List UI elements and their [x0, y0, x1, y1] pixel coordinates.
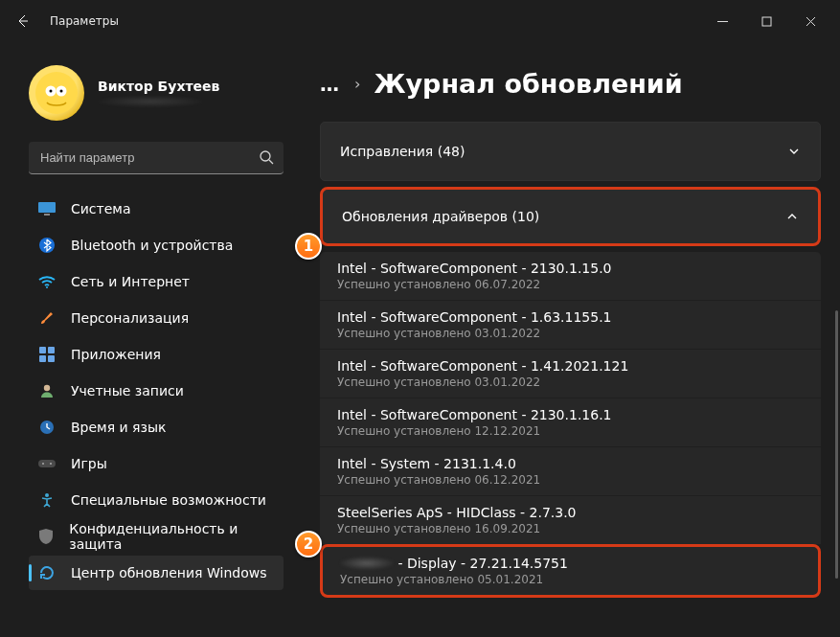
section-label: Обновления драйверов (10)	[342, 209, 539, 224]
sidebar-item-label: Персонализация	[71, 310, 189, 326]
list-item[interactable]: Intel - SoftwareComponent - 1.41.2021.12…	[320, 349, 821, 398]
display-icon	[38, 200, 56, 217]
svg-rect-0	[762, 17, 771, 26]
sidebar-item-privacy[interactable]: Конфиденциальность и защита	[29, 519, 284, 554]
sidebar-item-label: Конфиденциальность и защита	[69, 521, 274, 552]
svg-rect-14	[48, 355, 55, 362]
list-item[interactable]: Intel - SoftwareComponent - 2130.1.16.1У…	[320, 398, 821, 446]
update-icon	[38, 564, 56, 581]
vendor-redacted	[340, 557, 394, 570]
breadcrumb-ellipsis[interactable]: …	[320, 73, 341, 96]
brush-icon	[38, 309, 56, 327]
chevron-right-icon: ›	[354, 75, 360, 93]
list-item[interactable]: Intel - System - 2131.1.4.0Успешно устан…	[320, 446, 821, 495]
sidebar-item-accounts[interactable]: Учетные записи	[29, 374, 284, 408]
sidebar-item-label: Сеть и Интернет	[71, 274, 190, 289]
accessibility-icon	[38, 491, 56, 509]
sidebar-item-label: Приложения	[71, 347, 161, 362]
section-driver-updates[interactable]: Обновления драйверов (10)	[320, 187, 821, 246]
svg-rect-17	[38, 460, 56, 467]
list-item[interactable]: Intel - SoftwareComponent - 2130.1.15.0У…	[320, 252, 821, 300]
minimize-button[interactable]	[700, 6, 744, 36]
close-button[interactable]	[788, 6, 832, 36]
gamepad-icon	[38, 455, 56, 472]
search	[29, 142, 284, 174]
sidebar-item-accessibility[interactable]: Специальные возможности	[29, 483, 284, 517]
list-item[interactable]: Intel - SoftwareComponent - 1.63.1155.1У…	[320, 300, 821, 349]
svg-rect-8	[44, 214, 50, 216]
chevron-up-icon	[785, 210, 799, 223]
clock-icon	[38, 419, 56, 436]
driver-suffix: - Display - 27.21.14.5751	[394, 556, 568, 571]
avatar	[29, 65, 84, 121]
svg-point-10	[46, 286, 48, 288]
callout-badge-1: 1	[295, 233, 322, 260]
sidebar-item-label: Время и язык	[71, 420, 166, 435]
back-button[interactable]	[8, 6, 38, 36]
wifi-icon	[38, 273, 56, 290]
svg-rect-11	[39, 347, 46, 353]
bluetooth-icon	[38, 237, 56, 254]
profile[interactable]: Виктор Бухтеев	[29, 65, 284, 121]
sidebar-item-label: Bluetooth и устройства	[71, 238, 233, 253]
maximize-button[interactable]	[744, 6, 788, 36]
svg-point-18	[42, 463, 44, 465]
breadcrumb: … › Журнал обновлений	[320, 69, 821, 99]
sidebar-item-label: Учетные записи	[71, 383, 184, 398]
search-input[interactable]	[29, 142, 284, 174]
page-title: Журнал обновлений	[374, 69, 682, 99]
sidebar-item-network[interactable]: Сеть и Интернет	[29, 264, 284, 299]
svg-point-15	[44, 385, 50, 391]
sidebar-item-bluetooth[interactable]: Bluetooth и устройства	[29, 228, 284, 262]
search-icon	[259, 149, 274, 165]
sidebar-item-apps[interactable]: Приложения	[29, 337, 284, 372]
scrollbar[interactable]	[835, 310, 838, 579]
update-list: Intel - SoftwareComponent - 2130.1.15.0У…	[320, 252, 821, 598]
sidebar-item-label: Игры	[71, 456, 107, 471]
main: … › Журнал обновлений Исправления (48) О…	[297, 42, 840, 637]
section-fixes[interactable]: Исправления (48)	[320, 122, 821, 181]
list-item-highlighted[interactable]: - Display - 27.21.14.5751 Успешно устано…	[320, 544, 821, 598]
svg-point-4	[50, 90, 53, 93]
titlebar: Параметры	[0, 0, 840, 42]
profile-name: Виктор Бухтеев	[98, 79, 219, 94]
svg-point-6	[261, 151, 270, 161]
svg-rect-13	[39, 355, 46, 362]
sidebar-item-windowsupdate[interactable]: Центр обновления Windows	[29, 556, 284, 590]
person-icon	[38, 382, 56, 399]
sidebar-item-label: Центр обновления Windows	[71, 565, 266, 580]
chevron-down-icon	[787, 145, 801, 158]
svg-rect-7	[38, 202, 56, 213]
sidebar: Виктор Бухтеев Система Bluetooth и устро…	[0, 42, 297, 637]
shield-icon	[38, 528, 54, 545]
apps-icon	[38, 346, 56, 363]
profile-email-redacted	[98, 96, 203, 107]
sidebar-item-time[interactable]: Время и язык	[29, 410, 284, 444]
svg-point-19	[50, 463, 52, 465]
sidebar-nav: Система Bluetooth и устройства Сеть и Ин…	[29, 192, 284, 590]
sidebar-item-personalization[interactable]: Персонализация	[29, 301, 284, 335]
svg-rect-12	[48, 347, 55, 353]
window-controls	[700, 6, 832, 36]
sidebar-item-label: Специальные возможности	[71, 492, 266, 508]
section-label: Исправления (48)	[340, 144, 465, 159]
svg-point-20	[45, 493, 49, 497]
sidebar-item-gaming[interactable]: Игры	[29, 446, 284, 481]
list-item[interactable]: SteelSeries ApS - HIDClass - 2.7.3.0Успе…	[320, 495, 821, 544]
svg-point-5	[60, 90, 63, 93]
sidebar-item-system[interactable]: Система	[29, 192, 284, 226]
callout-badge-2: 2	[295, 531, 322, 557]
sidebar-item-label: Система	[71, 201, 130, 216]
window-title: Параметры	[50, 14, 119, 28]
